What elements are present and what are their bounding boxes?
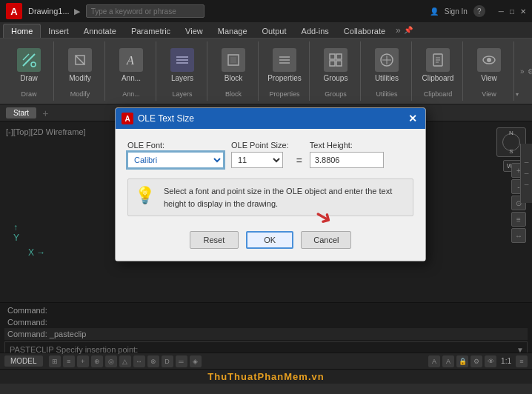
dialog-title: OLE Text Size [138, 113, 406, 124]
info-text: Select a font and point size in the OLE … [164, 185, 392, 210]
ole-point-size-label: OLE Point Size: [231, 141, 289, 150]
text-height-label: Text Height: [310, 141, 384, 150]
ole-point-size-group: OLE Point Size: 11 8 9 10 12 [231, 141, 289, 168]
dialog-overlay: A OLE Text Size ✕ OLE Font: Calibri Aria… [0, 0, 532, 394]
dialog-logo: A [122, 113, 133, 124]
dialog-info-row: 💡 Select a font and point size in the OL… [127, 178, 413, 216]
dialog-close-button[interactable]: ✕ [406, 112, 419, 125]
dialog-title-bar: A OLE Text Size ✕ [116, 108, 425, 129]
ole-text-size-dialog: A OLE Text Size ✕ OLE Font: Calibri Aria… [115, 107, 426, 261]
ole-font-group: OLE Font: Calibri Arial Times New Roman [127, 141, 224, 168]
ole-font-select[interactable]: Calibri Arial Times New Roman [127, 152, 224, 168]
text-height-group: Text Height: [310, 141, 384, 168]
dialog-body: OLE Font: Calibri Arial Times New Roman … [116, 129, 425, 261]
reset-button[interactable]: Reset [190, 231, 239, 249]
cancel-button[interactable]: Cancel [301, 231, 351, 249]
ok-button[interactable]: OK [246, 231, 293, 249]
dialog-buttons-row: Reset OK Cancel [127, 231, 413, 249]
dialog-fields-row: OLE Font: Calibri Arial Times New Roman … [127, 141, 413, 168]
equals-sign: = [296, 155, 302, 167]
ole-font-label: OLE Font: [127, 141, 224, 150]
ole-point-size-select[interactable]: 11 8 9 10 12 [231, 152, 283, 168]
info-icon: 💡 [134, 185, 155, 206]
text-height-input[interactable] [310, 152, 384, 168]
